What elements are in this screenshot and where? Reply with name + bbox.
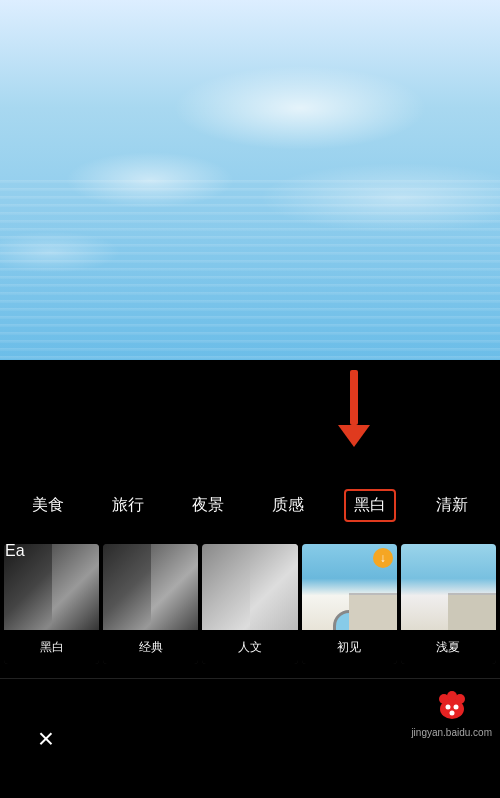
arrow-head [338,425,370,447]
thumb-label-jingdian: 经典 [103,630,198,664]
filter-thumb-qianxia[interactable]: 浅夏 [401,544,496,664]
arrow-shaft [350,370,358,425]
category-heibai[interactable]: 黑白 [344,489,396,522]
thumb-label-qianxia: 浅夏 [401,630,496,664]
photo-preview [0,0,500,360]
thumb-img-jingdian [103,544,198,630]
watermark-text: jingyan.baidu.com [411,727,492,738]
category-meishi[interactable]: 美食 [24,491,72,520]
filter-thumb-renwen[interactable]: 人文 [202,544,297,664]
filter-thumb-chujian[interactable]: 初见 [302,544,397,664]
arch-decoration [333,610,365,630]
baidu-watermark: jingyan.baidu.com [411,685,492,738]
bottom-bar: × Ea jingyan.baidu.com [0,678,500,798]
thumb-label-heibai: 黑白 [4,630,99,664]
filter-thumb-heibai[interactable]: 黑白 [4,544,99,664]
close-icon: × [38,725,54,753]
arrow-indicator [338,370,370,447]
filter-thumbnails: 黑白 经典 人文 初见 浅夏 [0,530,500,678]
thumb-label-renwen: 人文 [202,630,297,664]
category-lvxing[interactable]: 旅行 [104,491,152,520]
svg-point-6 [449,711,454,716]
download-badge [373,548,393,568]
thumb-label-chujian: 初见 [302,630,397,664]
category-yejing[interactable]: 夜景 [184,491,232,520]
thumb-img-qianxia [401,544,496,630]
ea-label: Ea [5,542,25,560]
category-zhigan[interactable]: 质感 [264,491,312,520]
thumb-img-renwen [202,544,297,630]
filter-categories: 美食 旅行 夜景 质感 黑白 清新 [0,480,500,530]
middle-section [0,360,500,480]
category-qingxin[interactable]: 清新 [428,491,476,520]
filter-thumb-jingdian[interactable]: 经典 [103,544,198,664]
svg-point-5 [453,705,458,710]
svg-point-4 [445,705,450,710]
svg-point-3 [455,694,465,704]
baidu-icon [432,685,472,725]
close-button[interactable]: × [24,717,68,761]
